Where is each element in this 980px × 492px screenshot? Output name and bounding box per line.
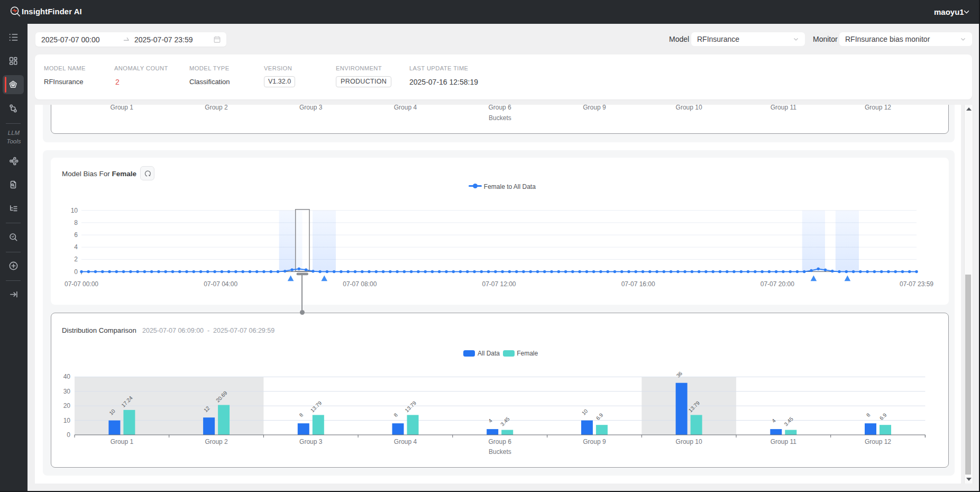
svg-text:0: 0 bbox=[74, 268, 78, 276]
svg-text:Group 4: Group 4 bbox=[394, 438, 417, 445]
svg-text:6.9: 6.9 bbox=[878, 412, 888, 421]
svg-text:Group 2: Group 2 bbox=[205, 438, 228, 445]
svg-text:40: 40 bbox=[63, 373, 71, 380]
svg-text:Group 11: Group 11 bbox=[771, 105, 796, 111]
svg-text:10: 10 bbox=[581, 407, 589, 416]
svg-text:07-07 12:00: 07-07 12:00 bbox=[482, 280, 516, 288]
svg-text:Buckets: Buckets bbox=[489, 114, 511, 122]
svg-text:Group 1: Group 1 bbox=[111, 438, 134, 445]
svg-text:0: 0 bbox=[67, 431, 70, 439]
svg-text:07-07 20:00: 07-07 20:00 bbox=[761, 280, 794, 288]
svg-text:Group 11: Group 11 bbox=[771, 438, 796, 445]
svg-text:Group 2: Group 2 bbox=[205, 105, 228, 111]
svg-text:4: 4 bbox=[771, 417, 777, 424]
svg-text:3.45: 3.45 bbox=[499, 415, 511, 427]
svg-text:8: 8 bbox=[298, 412, 305, 418]
svg-text:Group 4: Group 4 bbox=[394, 105, 417, 111]
svg-text:3.45: 3.45 bbox=[783, 415, 794, 427]
svg-text:Group 6: Group 6 bbox=[488, 105, 511, 111]
svg-text:6.9: 6.9 bbox=[595, 412, 605, 421]
svg-text:Group 9: Group 9 bbox=[583, 438, 606, 445]
svg-text:Group 1: Group 1 bbox=[111, 105, 134, 111]
svg-text:Group 9: Group 9 bbox=[583, 105, 606, 111]
svg-text:4: 4 bbox=[487, 417, 493, 424]
svg-text:30: 30 bbox=[63, 387, 71, 395]
svg-text:Group 6: Group 6 bbox=[489, 438, 512, 445]
svg-text:Group 3: Group 3 bbox=[299, 105, 323, 111]
svg-text:07-07 08:00: 07-07 08:00 bbox=[343, 280, 377, 288]
svg-text:6: 6 bbox=[74, 231, 78, 239]
svg-text:2: 2 bbox=[74, 256, 78, 263]
svg-text:13.79: 13.79 bbox=[404, 399, 418, 413]
svg-text:Group 10: Group 10 bbox=[676, 438, 702, 445]
svg-text:4: 4 bbox=[74, 243, 78, 251]
svg-text:Group 12: Group 12 bbox=[865, 438, 891, 445]
svg-text:07-07 23:59: 07-07 23:59 bbox=[900, 280, 933, 288]
svg-text:07-07 00:00: 07-07 00:00 bbox=[65, 280, 98, 288]
svg-text:10: 10 bbox=[63, 416, 71, 424]
svg-text:Group 12: Group 12 bbox=[865, 105, 891, 111]
svg-text:07-07 16:00: 07-07 16:00 bbox=[621, 280, 655, 288]
svg-text:Buckets: Buckets bbox=[489, 448, 511, 455]
svg-text:8: 8 bbox=[392, 412, 399, 418]
svg-text:8: 8 bbox=[74, 219, 78, 226]
svg-text:Group 10: Group 10 bbox=[676, 105, 702, 111]
svg-text:8: 8 bbox=[865, 412, 872, 418]
svg-text:20: 20 bbox=[63, 402, 71, 409]
svg-text:10: 10 bbox=[71, 207, 78, 214]
svg-text:13.79: 13.79 bbox=[309, 399, 323, 413]
svg-text:Group 3: Group 3 bbox=[299, 438, 323, 445]
svg-text:07-07 04:00: 07-07 04:00 bbox=[204, 280, 237, 288]
